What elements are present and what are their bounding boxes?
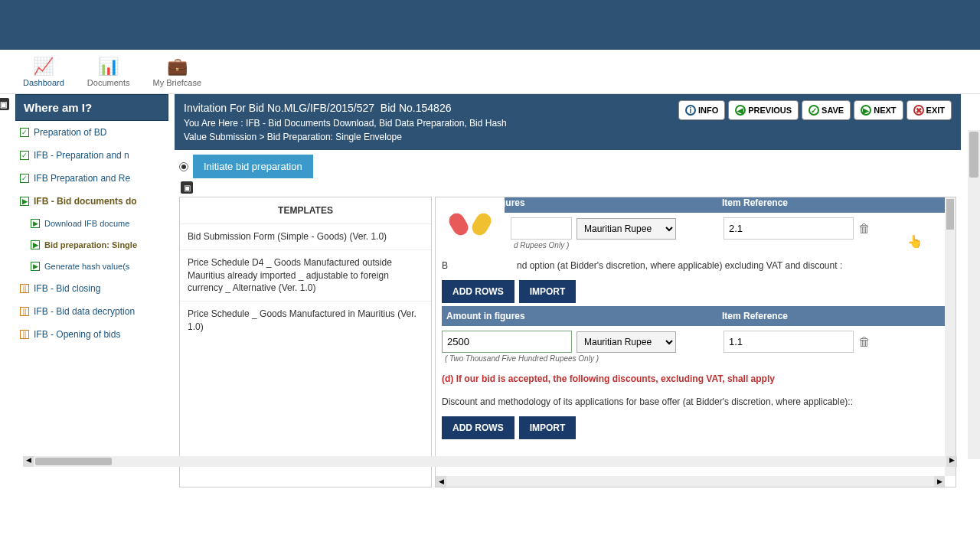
pending-icon: || <box>20 307 29 316</box>
sidebar-item-closing[interactable]: ||IFB - Bid closing <box>15 277 168 300</box>
import-button-2[interactable]: IMPORT <box>519 416 577 439</box>
prev-icon: ◀ <box>735 105 746 116</box>
nav-dashboard-label: Dashboard <box>23 78 64 87</box>
exit-button[interactable]: ✖EXIT <box>906 100 952 120</box>
save-button[interactable]: ✓SAVE <box>802 100 851 120</box>
save-icon: ✓ <box>808 105 819 116</box>
import-button-1[interactable]: IMPORT <box>519 280 577 303</box>
sidebar-header: ▣ Where am I? <box>15 94 168 121</box>
add-rows-button-2[interactable]: ADD ROWS <box>442 416 514 439</box>
amount-input-1[interactable] <box>511 217 572 240</box>
template-item[interactable]: Price Schedule D4 _ Goods Manufactured o… <box>180 249 431 301</box>
radio-icon[interactable] <box>179 162 188 171</box>
next-button[interactable]: ▶NEXT <box>854 100 903 120</box>
nav-documents-label: Documents <box>87 78 130 87</box>
check-icon: ✓ <box>20 174 29 183</box>
sidebar-item-bid-docs[interactable]: ▶IFB - Bid documents do <box>15 190 168 213</box>
content-body: Initiate bid preparation ▣ TEMPLATES Bid… <box>175 150 961 492</box>
info-button[interactable]: iINFO <box>678 100 725 120</box>
sidebar-item-hash[interactable]: ▶Generate hash value(s <box>15 256 168 277</box>
ref-input-1[interactable] <box>724 217 854 240</box>
sidebar-item-bid-prep[interactable]: ▶Bid preparation: Single <box>15 234 168 256</box>
currency-select-1[interactable]: Mauritian Rupee <box>577 218 676 240</box>
table-header-2: Amount in figures Item Reference <box>442 306 949 326</box>
breadcrumb1: You Are Here : IFB - Bid Documents Downl… <box>184 116 507 130</box>
briefcase-icon: 💼 <box>167 57 188 77</box>
header-text: Invitation For Bid No.MLG/IFB/2015/527 B… <box>184 100 507 144</box>
nav-bar: 📈 Dashboard 📊 Documents 💼 My Briefcase <box>0 50 980 94</box>
trash-icon[interactable]: 🗑 <box>858 222 871 236</box>
button-row-2: ADD ROWS IMPORT <box>442 413 949 442</box>
chart-icon: 📈 <box>33 57 54 77</box>
sidebar-item-download[interactable]: ▶Download IFB docume <box>15 213 168 234</box>
play-icon: ▶ <box>31 240 40 249</box>
sidebar-item-opening[interactable]: ||IFB - Opening of bids <box>15 323 168 346</box>
trash-icon[interactable]: 🗑 <box>858 335 871 349</box>
sidebar-toggle-icon[interactable]: ▣ <box>0 98 9 110</box>
initiate-button[interactable]: Initiate bid preparation <box>193 155 313 178</box>
template-item[interactable]: Price Schedule _ Goods Manufactured in M… <box>180 301 431 340</box>
inner-scrollbar-h[interactable]: ◀▶ <box>436 476 945 487</box>
collapse-toggle-icon[interactable]: ▣ <box>181 181 193 194</box>
nav-briefcase-label: My Briefcase <box>152 78 201 87</box>
play-icon: ▶ <box>31 262 40 271</box>
sidebar-item-decrypt[interactable]: ||IFB - Bid data decryption <box>15 300 168 323</box>
sidebar-title: Where am I? <box>24 101 92 114</box>
nav-dashboard[interactable]: 📈 Dashboard <box>23 57 64 87</box>
inner-scrollbar-v[interactable] <box>945 197 956 476</box>
pending-icon: || <box>20 284 29 293</box>
header-buttons: iINFO ◀PREVIOUS ✓SAVE ▶NEXT ✖EXIT <box>678 100 952 120</box>
sidebar: ▣ Where am I? ✓Preparation of BD ✓IFB - … <box>15 94 168 492</box>
templates-panel: TEMPLATES Bid Submission Form (Simple - … <box>179 197 432 487</box>
page-scrollbar-h[interactable]: ◀▶ <box>23 456 957 467</box>
check-icon: ✓ <box>20 151 29 160</box>
nav-briefcase[interactable]: 💼 My Briefcase <box>152 57 201 87</box>
table-header-1: Amount in figures Item Reference <box>442 197 949 213</box>
play-icon: ▶ <box>31 219 40 228</box>
nav-documents[interactable]: 📊 Documents <box>87 57 130 87</box>
add-rows-button-1[interactable]: ADD ROWS <box>442 280 514 303</box>
form-panel: Amount in figures Item Reference Mauriti… <box>435 197 956 487</box>
info-icon: i <box>685 105 696 116</box>
breadcrumb2: Value Submission > Bid Preparation: Sing… <box>184 130 507 144</box>
button-row-1: ADD ROWS IMPORT <box>442 277 949 306</box>
previous-button[interactable]: ◀PREVIOUS <box>728 100 799 120</box>
sidebar-item-ifb-prep1[interactable]: ✓IFB - Preparation and n <box>15 144 168 167</box>
exit-icon: ✖ <box>913 105 924 116</box>
check-icon: ✓ <box>20 128 29 137</box>
next-icon: ▶ <box>861 105 871 116</box>
discount-text: Discount and methodology of its applicat… <box>442 390 949 413</box>
col-ref-2: Item Reference <box>722 311 945 321</box>
amount-input-2[interactable] <box>442 331 572 353</box>
page-scrollbar-v[interactable] <box>968 130 980 459</box>
pending-icon: || <box>20 330 29 339</box>
templates-header: TEMPLATES <box>180 197 431 223</box>
template-item[interactable]: Bid Submission Form (Simple - Goods) (Ve… <box>180 223 431 249</box>
bars-icon: 📊 <box>98 57 119 77</box>
form-row-2: Mauritian Rupee 🗑 <box>442 326 949 357</box>
col-ref-1: Item Reference <box>722 197 945 208</box>
section-d-text: (d) If our bid is accepted, the followin… <box>442 367 949 390</box>
sidebar-item-ifb-prep2[interactable]: ✓IFB Preparation and Re <box>15 167 168 190</box>
ref-input-2[interactable] <box>724 331 854 353</box>
sidebar-item-prep-bd[interactable]: ✓Preparation of BD <box>15 121 168 144</box>
section-b-text: Bnd option (at Bidder's discretion, wher… <box>442 254 949 277</box>
currency-select-2[interactable]: Mauritian Rupee <box>577 331 676 353</box>
radio-row: Initiate bid preparation <box>179 155 956 178</box>
col-amount-2: Amount in figures <box>446 311 722 321</box>
top-bar <box>0 0 980 50</box>
content-header: Invitation For Bid No.MLG/IFB/2015/527 B… <box>175 94 961 150</box>
content: Invitation For Bid No.MLG/IFB/2015/527 B… <box>175 94 961 492</box>
play-icon: ▶ <box>20 197 29 206</box>
sidebar-items: ✓Preparation of BD ✓IFB - Preparation an… <box>15 121 168 346</box>
form-row-1: Mauritian Rupee 🗑 👆 <box>442 213 949 244</box>
